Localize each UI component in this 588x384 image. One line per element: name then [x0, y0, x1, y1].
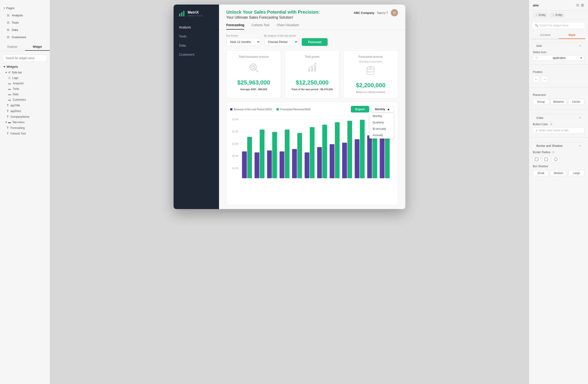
app-nav-tools[interactable]: Tools: [174, 32, 219, 41]
companyname-t-icon: T: [7, 115, 9, 118]
anayssis-widget-label: Anayssis: [13, 82, 24, 85]
logo-text: MetriX: [188, 10, 203, 15]
legend-item-fore: Forecasted Revenue(2024): [276, 108, 311, 111]
icon-select-dropdown[interactable]: ♡ application ▾: [533, 55, 584, 61]
svg-rect-38: [347, 121, 352, 178]
entity-btn-1[interactable]: → Entity: [533, 13, 548, 18]
forecast-button[interactable]: Forecast: [302, 38, 328, 46]
sidebar-item-analysis[interactable]: ⊞ Analysis: [0, 12, 50, 19]
tabmenu-label: Tab-menu: [12, 121, 24, 124]
legend-fore-dot: [276, 108, 279, 110]
widget-tools[interactable]: ▬ Tools: [0, 86, 50, 92]
svg-rect-31: [305, 152, 310, 178]
export-button[interactable]: Export: [351, 106, 369, 112]
br-btn-slight[interactable]: [542, 156, 550, 162]
widget-logo[interactable]: ⊡ Logo: [0, 75, 50, 81]
widgets-section-header[interactable]: ▾ Widgets: [0, 64, 50, 70]
delete-icon[interactable]: 🗑: [581, 3, 584, 7]
sidebar-group-header[interactable]: ▾ ↺ Side bar: [0, 70, 50, 75]
sidebar-item-tools[interactable]: ⊞ Tools: [0, 19, 50, 26]
svg-rect-1: [181, 12, 182, 16]
shadow-large-btn[interactable]: Large: [568, 170, 584, 176]
radius-js-badge: JS: [552, 151, 555, 154]
entity-btn-2[interactable]: → Entity: [550, 13, 565, 18]
svg-rect-46: [545, 158, 548, 161]
copy-icon[interactable]: ⧉: [576, 3, 579, 7]
widget-customers[interactable]: ▬ Customers: [0, 97, 50, 103]
paint-icon: 🖌: [535, 129, 538, 132]
divider-4: [529, 137, 588, 137]
svg-text:$0.8M: $0.8M: [232, 155, 238, 157]
entity-label-1: Entity: [539, 13, 546, 17]
svg-rect-28: [285, 129, 290, 178]
for-period-select[interactable]: Next 12 months: [226, 38, 260, 46]
br-btn-square[interactable]: [533, 156, 541, 162]
logo-widget-icon: ⊡: [8, 76, 10, 80]
color-input[interactable]: 🖌 Enter color name or hex: [533, 127, 584, 134]
period-option-monthly[interactable]: Monthly: [369, 113, 394, 119]
period-option-biannually[interactable]: Bi-annually: [369, 126, 394, 132]
period-option-annually[interactable]: Annually: [369, 132, 394, 138]
svg-rect-22: [247, 137, 252, 178]
svg-rect-33: [317, 147, 322, 178]
companyname-label: CompanyName: [10, 115, 29, 118]
app-nav-data[interactable]: Data: [174, 41, 219, 50]
pages-section-header[interactable]: ▾ Pages: [0, 4, 50, 12]
shadow-small-btn[interactable]: Small: [533, 170, 549, 176]
svg-rect-30: [297, 133, 302, 178]
sidebar-item-data[interactable]: ⊞ Data: [0, 26, 50, 33]
widget-companyname: T CompanyName: [0, 114, 50, 120]
data-label: Data: [12, 28, 18, 32]
rp-color-expandable[interactable]: Color ▾: [533, 114, 584, 121]
rp-title: able: [533, 4, 539, 7]
customers-widget-icon: ▬: [8, 98, 11, 101]
placement-center-btn[interactable]: Center: [568, 99, 584, 105]
svg-text:$0.6M: $0.6M: [232, 167, 238, 170]
company-name: ABC Company: [354, 11, 375, 15]
tab-widget[interactable]: Widget: [25, 43, 50, 51]
tab-chart-visualizer[interactable]: Chart Visualizer: [277, 23, 299, 30]
position-left-btn[interactable]: ←: [533, 76, 540, 83]
pages-chevron: ▾: [4, 7, 5, 9]
sidebar-item-customers[interactable]: ⊞ Customers: [0, 33, 50, 41]
rp-icon-expandable[interactable]: Icon ▾: [533, 42, 584, 49]
app-nav-analysis[interactable]: Analysis: [174, 23, 219, 32]
tabmenu-chevron: ▾: [5, 121, 7, 124]
placement-group-btn[interactable]: Group: [533, 99, 549, 105]
widget-cohorts-tool[interactable]: T Cohorts Tool: [0, 131, 50, 136]
tab-explorer[interactable]: Explorer: [0, 43, 25, 51]
rp-tab-content[interactable]: Content: [532, 31, 559, 39]
widget-forecasting[interactable]: T Forecasting: [0, 125, 50, 131]
widget-search-input[interactable]: [3, 55, 47, 62]
placement-between-btn[interactable]: Between: [550, 99, 567, 105]
rp-border-expandable[interactable]: Border and Shadow ▾: [533, 142, 584, 149]
widget-data[interactable]: ▬ Data: [0, 92, 50, 97]
shadow-medium-btn[interactable]: Medium: [550, 170, 567, 176]
position-right-btn[interactable]: →: [541, 76, 548, 83]
rp-tab-style[interactable]: Style: [559, 31, 586, 39]
period-select-button[interactable]: Monthly ▲: [372, 106, 394, 113]
tab-menu-header[interactable]: ▾ ▬ Tab-menu: [0, 120, 50, 125]
by-analysis-select[interactable]: Choose Period: [264, 38, 298, 46]
svg-text:$1.0M: $1.0M: [232, 143, 238, 145]
legend-fore-label: Forecasted Revenue(2024): [280, 108, 311, 111]
svg-rect-6: [308, 69, 310, 72]
customers-label: Customers: [12, 35, 26, 39]
app-nav-customers[interactable]: Customers: [174, 50, 219, 59]
shadow-label: Box Shadow: [533, 165, 548, 168]
tab-forecasting[interactable]: Forecasting: [226, 23, 244, 30]
right-search-input[interactable]: 🔍 Search for widget name: [532, 22, 585, 29]
tab-cohorts-tool[interactable]: Cohorts Tool: [252, 23, 269, 30]
for-period-label: For Period: [226, 34, 260, 37]
br-btn-round[interactable]: [552, 156, 560, 162]
color-placeholder: Enter color name or hex: [539, 129, 568, 132]
svg-rect-25: [267, 150, 272, 178]
period-option-quarterly[interactable]: Quarterly: [369, 119, 394, 126]
rp-placement-row: Placement: [533, 92, 584, 98]
anayssis-widget-icon: ▬: [8, 82, 11, 85]
color-chevron: ▾: [580, 117, 581, 119]
left-panel: ▾ Pages ⊞ Analysis ⊞ Tools ⊞ Data ⊞ Cust…: [0, 0, 50, 384]
icon-chevron: ▾: [580, 44, 581, 47]
period-dropdown[interactable]: Monthly ▲ Monthly Quarterly Bi-annually …: [372, 106, 394, 113]
widget-anayssis[interactable]: ▬ Anayssis: [0, 81, 50, 86]
